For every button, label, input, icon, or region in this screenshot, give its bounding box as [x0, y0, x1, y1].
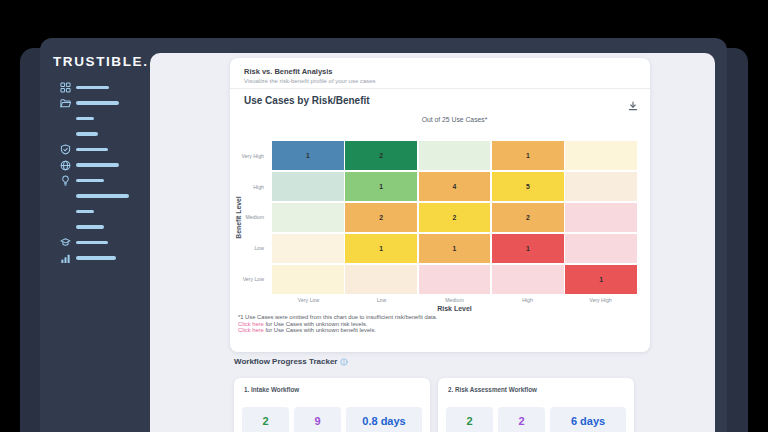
heatmap-cell[interactable]	[419, 265, 491, 294]
nav-label-placeholder	[76, 194, 129, 198]
nav-label-placeholder	[76, 210, 94, 214]
workflow-stats: 226 days	[446, 407, 626, 432]
footnote-omitted: *1 Use Cases were omitted from this char…	[238, 314, 437, 321]
nav-label-placeholder	[76, 163, 119, 167]
icon-spacer	[60, 222, 72, 233]
heatmap-cell[interactable]	[565, 234, 637, 263]
apps-icon	[60, 82, 72, 93]
heatmap-cell[interactable]: 1	[565, 265, 637, 294]
heatmap-cell[interactable]	[272, 203, 344, 232]
heatmap-cell[interactable]: 1	[345, 172, 417, 201]
stat-box: 9	[294, 407, 341, 432]
workflow-stats: 290.8 days	[242, 407, 422, 432]
icon-spacer	[60, 206, 72, 217]
heatmap-cell[interactable]: 2	[345, 203, 417, 232]
y-tick-label: Very Low	[230, 263, 268, 294]
heatmap-cell[interactable]: 1	[272, 141, 344, 170]
divider	[230, 88, 650, 89]
graduation-cap-icon	[60, 237, 72, 248]
nav-label-placeholder	[76, 117, 94, 121]
bar-chart-icon	[60, 253, 72, 264]
x-tick-label: Low	[345, 297, 418, 303]
heatmap-cell[interactable]	[565, 172, 637, 201]
sidebar-item[interactable]	[60, 113, 129, 124]
heatmap-cell[interactable]	[492, 265, 564, 294]
info-icon[interactable]	[340, 358, 348, 366]
click-here-link[interactable]: Click here	[238, 321, 264, 327]
stat-box: 0.8 days	[346, 407, 422, 432]
sidebar-item[interactable]	[60, 175, 129, 186]
workflow-section-heading: Workflow Progress Tracker	[234, 357, 348, 366]
chart-title: Use Cases by Risk/Benefit	[244, 95, 370, 106]
stat-box: 2	[242, 407, 289, 432]
x-tick-label: Medium	[418, 297, 491, 303]
x-tick-label: High	[491, 297, 564, 303]
stat-box: 6 days	[550, 407, 626, 432]
card-title: Risk vs. Benefit Analysis	[244, 67, 333, 76]
risk-benefit-card: Risk vs. Benefit Analysis Visualize the …	[230, 58, 650, 352]
heatmap-grid: 1211452221111	[272, 141, 637, 294]
footnote-text: for Use Cases with unknown benefit level…	[264, 327, 376, 333]
footnote-line: Click here for Use Cases with unknown be…	[238, 327, 437, 334]
nav-label-placeholder	[76, 101, 119, 105]
x-tick-label: Very Low	[272, 297, 345, 303]
heatmap-cell[interactable]	[272, 172, 344, 201]
sidebar-item[interactable]	[60, 206, 129, 217]
download-icon	[628, 101, 638, 111]
sidebar-nav	[60, 82, 129, 268]
sidebar-item[interactable]	[60, 253, 129, 264]
download-button[interactable]	[628, 97, 638, 115]
heatmap-cell[interactable]	[345, 265, 417, 294]
heatmap-cell[interactable]: 2	[345, 141, 417, 170]
y-tick-label: High	[230, 172, 268, 203]
sidebar-item[interactable]	[60, 191, 129, 202]
nav-label-placeholder	[76, 241, 108, 245]
heatmap-cell[interactable]	[272, 234, 344, 263]
workflow-card: 1. Intake Workflow290.8 days	[234, 378, 430, 432]
x-tick-label: Very High	[564, 297, 637, 303]
lightbulb-icon	[60, 175, 72, 186]
app-window: TRUSTIBLE. Risk vs. Benefit Analysis Vis…	[40, 38, 727, 432]
nav-label-placeholder	[76, 86, 109, 90]
trustible-logo[interactable]: TRUSTIBLE.	[53, 54, 149, 69]
footnote-text: for Use Cases with unknown risk levels.	[264, 321, 368, 327]
icon-spacer	[60, 191, 72, 202]
sidebar-item[interactable]	[60, 222, 129, 233]
click-here-link[interactable]: Click here	[238, 327, 264, 333]
sidebar-item[interactable]	[60, 237, 129, 248]
heatmap-cell[interactable]	[272, 265, 344, 294]
stat-box: 2	[498, 407, 545, 432]
heatmap-cell[interactable]: 1	[419, 234, 491, 263]
y-tick-label: Very High	[230, 141, 268, 172]
heatmap-cell[interactable]	[419, 141, 491, 170]
y-tick-label: Medium	[230, 202, 268, 233]
heatmap-cell[interactable]	[565, 141, 637, 170]
globe-icon	[60, 160, 72, 171]
sidebar-item[interactable]	[60, 160, 129, 171]
footnote-line: Click here for Use Cases with unknown ri…	[238, 321, 437, 328]
heatmap-xticks: Very LowLowMediumHighVery High	[272, 297, 637, 303]
nav-label-placeholder	[76, 256, 116, 260]
chart-count-subtitle: Out of 25 Use Cases*	[272, 116, 637, 123]
icon-spacer	[60, 113, 72, 124]
workflow-card-title: 2. Risk Assessment Workflow	[448, 386, 537, 393]
heatmap-cell[interactable]: 1	[492, 141, 564, 170]
heatmap-cell[interactable]: 4	[419, 172, 491, 201]
nav-label-placeholder	[76, 225, 104, 229]
sidebar-item[interactable]	[60, 129, 129, 140]
sidebar-item[interactable]	[60, 82, 129, 93]
heatmap-cell[interactable]: 1	[492, 234, 564, 263]
heatmap-cell[interactable]: 2	[419, 203, 491, 232]
heatmap-yticks: Very HighHighMediumLowVery Low	[230, 141, 268, 294]
sidebar-item[interactable]	[60, 98, 129, 109]
workflow-card-title: 1. Intake Workflow	[244, 386, 299, 393]
chart-footnotes: *1 Use Cases were omitted from this char…	[238, 314, 437, 334]
heatmap-cell[interactable]: 2	[492, 203, 564, 232]
nav-label-placeholder	[76, 179, 104, 183]
sidebar-item[interactable]	[60, 144, 129, 155]
card-subtitle: Visualize the risk-benefit profile of yo…	[244, 78, 376, 84]
heatmap-cell[interactable]: 1	[345, 234, 417, 263]
heatmap-cell[interactable]: 5	[492, 172, 564, 201]
heatmap-cell[interactable]	[565, 203, 637, 232]
folder-icon	[60, 98, 72, 109]
